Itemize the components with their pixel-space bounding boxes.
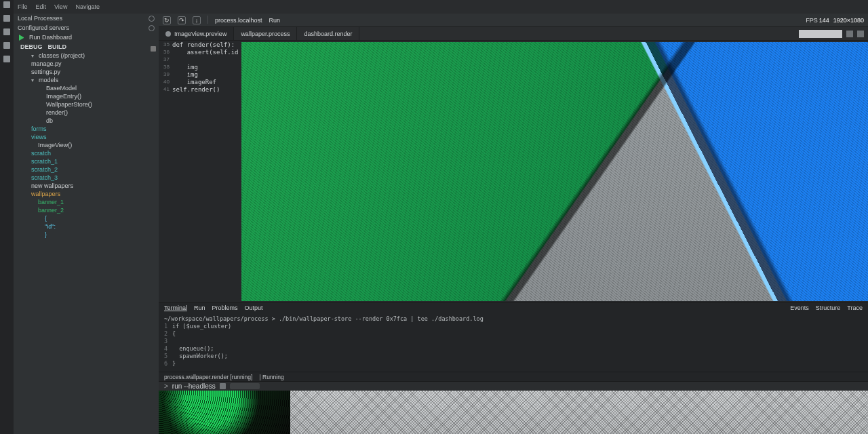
terminal-body[interactable]: ~/workspace/wallpapers/process > ./bin/w…	[159, 313, 868, 372]
sidebar-section-local[interactable]: Local Processes	[14, 14, 159, 23]
chevron-down-icon[interactable]	[149, 16, 155, 22]
files-icon[interactable]	[3, 1, 10, 8]
terminal-tab-structure[interactable]: Structure	[816, 304, 841, 311]
thumbnail-1[interactable]	[159, 391, 290, 434]
tree-item[interactable]: views	[14, 133, 159, 141]
menu-view[interactable]: View	[54, 3, 67, 10]
tree-item[interactable]: ImageView()	[14, 141, 159, 149]
tab-dashboard-render[interactable]: dashboard.render	[297, 27, 359, 40]
play-icon[interactable]	[19, 35, 25, 41]
tree-item-label: ImageEntry()	[46, 93, 81, 100]
tree-item-label: ImageView()	[38, 142, 72, 149]
json-preview: { "id": }	[14, 214, 159, 239]
sidebar: Local Processes Configured servers Run D…	[14, 14, 159, 434]
term-scope-dropdown[interactable]	[230, 383, 260, 389]
tree-item[interactable]: render()	[14, 108, 159, 117]
ext-icon[interactable]	[3, 56, 10, 62]
tree-item[interactable]: manage.py	[14, 60, 159, 68]
terminal-tab-trace[interactable]: Trace	[847, 304, 863, 311]
tree-item-label: WallpaperStore()	[46, 101, 92, 108]
tab-label: ImageView.preview	[174, 31, 226, 37]
tab-label: wallpaper.process	[241, 31, 290, 37]
terminal-tab-run[interactable]: Run	[194, 304, 205, 311]
image-preview[interactable]	[241, 42, 868, 301]
terminal-tab-problems[interactable]: Problems	[212, 304, 238, 311]
tree-item[interactable]: settings.py	[14, 68, 159, 76]
chevron-down-icon[interactable]	[149, 25, 155, 31]
sidebar-section-title: DEBUG BUILD	[14, 42, 159, 52]
tree-item[interactable]: WallpaperStore()	[14, 100, 159, 108]
tree-item-label: views	[31, 134, 47, 140]
reload-icon[interactable]: ↻	[163, 16, 171, 24]
run-dashboard-label: Run Dashboard	[29, 34, 72, 41]
tree-root-label: classes (/project)	[39, 52, 85, 59]
tree-item-label: wallpapers	[31, 191, 60, 197]
sidebar-section-servers[interactable]: Configured servers	[14, 23, 159, 33]
menu-edit[interactable]: Edit	[36, 3, 47, 10]
terminal-tab-terminal[interactable]: Terminal	[164, 304, 187, 311]
run-toolbar: ↻ ↷ ↓ process.localhost Run FPS 144 1920…	[159, 14, 868, 27]
editor-body: 35363738394041 def render(self): assert(…	[159, 41, 868, 302]
tree-item-label: manage.py	[31, 60, 62, 67]
tree-item-label: models	[39, 77, 58, 83]
terminal-tab-events[interactable]: Events	[790, 304, 809, 311]
menu-file[interactable]: File	[18, 3, 28, 10]
zoom-dropdown[interactable]	[799, 30, 842, 38]
section-debug[interactable]: DEBUG	[20, 43, 43, 50]
tree-item-label: banner_1	[38, 199, 64, 205]
search-icon[interactable]	[3, 15, 10, 22]
split-icon[interactable]	[846, 31, 853, 37]
tree-item[interactable]: scratch_3	[14, 174, 159, 182]
tree-item[interactable]: new wallpapers	[14, 182, 159, 190]
image-thumbnail-strip	[159, 391, 868, 434]
run-button[interactable]: Run	[269, 17, 281, 24]
tree-item[interactable]: banner_1	[14, 198, 159, 206]
sidebar-section-local-label: Local Processes	[18, 15, 62, 22]
tree-item-label: new wallpapers	[31, 182, 73, 189]
terminal-statusbar: process.wallpaper.render [running] | Run…	[159, 372, 868, 381]
step-into-icon[interactable]: ↓	[193, 16, 201, 24]
tree-item[interactable]: BaseModel	[14, 84, 159, 92]
terminal-input[interactable]: run --headless	[172, 382, 216, 390]
more-icon[interactable]	[857, 31, 864, 37]
tab-label: dashboard.render	[304, 31, 352, 37]
tab-wallpaper-process[interactable]: wallpaper.process	[234, 27, 297, 40]
tree-item[interactable]: db	[14, 117, 159, 125]
run-toolbar-stats: FPS 144 1920×1080	[806, 17, 864, 24]
menubar: File Edit View Navigate	[14, 0, 868, 14]
tree-item-label: banner_2	[38, 207, 64, 214]
status-running: | Running	[259, 374, 283, 380]
thumbnail-2[interactable]	[290, 391, 868, 434]
menu-navigate[interactable]: Navigate	[75, 3, 100, 10]
history-icon[interactable]	[220, 383, 226, 389]
tree-item[interactable]: scratch_2	[14, 165, 159, 174]
tree-item-label: scratch	[31, 150, 51, 157]
section-build[interactable]: BUILD	[48, 43, 67, 50]
process-selector[interactable]: process.localhost	[215, 17, 262, 24]
tree-item-label: settings.py	[31, 68, 60, 75]
debug-icon[interactable]	[3, 42, 10, 49]
tree-item[interactable]: scratch	[14, 149, 159, 157]
tree-item[interactable]: banner_2	[14, 206, 159, 214]
prompt-icon: >	[164, 382, 168, 390]
tree-item-label: scratch_1	[31, 158, 58, 165]
sidebar-scroll-icons	[151, 46, 156, 52]
editor-tabstrip: ImageView.preview wallpaper.process dash…	[159, 27, 868, 41]
tree-item[interactable]: forms	[14, 125, 159, 133]
tree-item-label: scratch_3	[31, 174, 58, 181]
tree-item-label: db	[46, 117, 53, 124]
step-over-icon[interactable]: ↷	[178, 16, 186, 24]
sidebar-section-servers-label: Configured servers	[18, 24, 69, 31]
tree-item[interactable]: scratch_1	[14, 157, 159, 165]
activity-bar	[0, 0, 14, 434]
tree-root[interactable]: classes (/project)	[14, 52, 159, 60]
collapse-icon[interactable]	[151, 46, 156, 52]
tree-item[interactable]: wallpapers	[14, 190, 159, 198]
tab-imageview[interactable]: ImageView.preview	[159, 27, 234, 40]
vcs-icon[interactable]	[3, 28, 10, 35]
file-icon	[165, 31, 171, 37]
run-dashboard-row[interactable]: Run Dashboard	[14, 33, 159, 42]
tree-item[interactable]: ImageEntry()	[14, 92, 159, 100]
terminal-tab-output[interactable]: Output	[245, 304, 263, 311]
tree-item[interactable]: models	[14, 76, 159, 84]
